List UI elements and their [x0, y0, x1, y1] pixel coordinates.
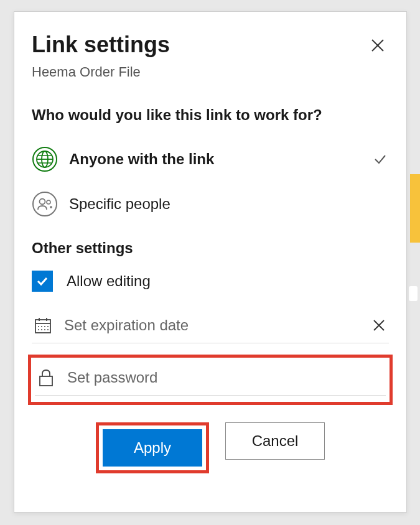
allow-editing-label: Allow editing	[67, 272, 151, 290]
option-specific[interactable]: Specific people	[32, 191, 389, 217]
svg-rect-27	[40, 376, 52, 386]
expiration-row[interactable]	[32, 314, 389, 343]
people-icon	[32, 191, 58, 217]
globe-icon	[32, 146, 58, 172]
close-icon	[371, 39, 385, 52]
svg-point-23	[44, 329, 45, 330]
option-anyone-label: Anyone with the link	[69, 151, 371, 168]
svg-point-21	[38, 329, 39, 330]
file-name: Heema Order File	[32, 64, 389, 80]
svg-point-22	[41, 329, 42, 330]
clear-expiration-button[interactable]	[369, 315, 389, 335]
background-avatar-hint	[409, 286, 418, 301]
other-settings-header: Other settings	[32, 239, 389, 257]
svg-point-18	[41, 326, 42, 327]
password-highlight	[28, 355, 393, 405]
password-row[interactable]	[35, 366, 386, 396]
apply-button[interactable]: Apply	[103, 429, 202, 467]
background-accent	[410, 174, 420, 243]
close-button[interactable]	[368, 35, 388, 55]
svg-point-24	[47, 329, 49, 330]
audience-question: Who would you like this link to work for…	[32, 106, 389, 124]
checkmark-icon	[371, 151, 389, 168]
svg-point-9	[40, 199, 45, 205]
button-row: Apply Cancel	[32, 422, 389, 473]
svg-point-19	[44, 326, 45, 327]
option-specific-label: Specific people	[69, 195, 389, 213]
link-settings-dialog: Link settings Heema Order File Who would…	[14, 11, 407, 513]
apply-highlight: Apply	[96, 422, 209, 473]
svg-point-10	[47, 200, 50, 204]
svg-point-20	[47, 326, 49, 327]
svg-point-8	[33, 192, 57, 216]
password-input[interactable]	[67, 369, 386, 386]
lock-icon	[35, 366, 57, 389]
option-anyone[interactable]: Anyone with the link	[32, 146, 389, 172]
dialog-title: Link settings	[32, 32, 389, 58]
allow-editing-checkbox[interactable]: Allow editing	[32, 271, 389, 292]
checkbox-checked-icon	[32, 271, 53, 292]
close-icon	[373, 319, 385, 332]
calendar-icon	[32, 314, 54, 337]
expiration-input[interactable]	[64, 317, 369, 334]
svg-point-17	[38, 326, 39, 327]
cancel-button[interactable]: Cancel	[225, 422, 325, 460]
